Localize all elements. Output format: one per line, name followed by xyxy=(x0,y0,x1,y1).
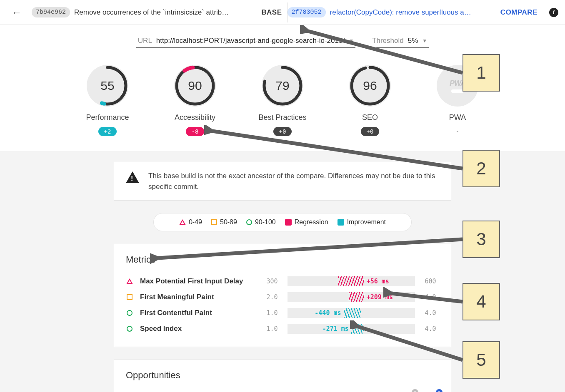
threshold-value: 5% xyxy=(408,37,418,45)
metric-min: 2.0 xyxy=(263,293,281,301)
legend-improvement: Improvement xyxy=(338,218,386,226)
metric-delta: -271 ms xyxy=(322,325,349,332)
base-message: Remove occurrences of the `intrinsicsize… xyxy=(74,8,257,17)
legend: 0-49 50-89 90-100 Regression Improvement xyxy=(153,213,412,231)
metric-bar: -440 ms xyxy=(288,308,415,318)
metric-name: Speed Index xyxy=(140,325,257,333)
base-commit[interactable]: 7b94e962 Remove occurrences of the `intr… xyxy=(32,7,287,17)
best-practices-score: 79 xyxy=(275,79,289,93)
warning-icon xyxy=(126,171,139,183)
performance-score: 55 xyxy=(100,79,114,93)
callout-4: 4 xyxy=(462,283,500,320)
chevron-down-icon: ▼ xyxy=(422,38,427,44)
info-icon[interactable]: i xyxy=(549,8,558,17)
metric-row[interactable]: First Meaningful Paint 2.0 +209 ms 4.0 xyxy=(126,289,439,305)
back-button[interactable]: ← xyxy=(7,3,27,22)
metric-delta: +56 ms xyxy=(367,278,389,285)
metric-min: 1.0 xyxy=(263,309,281,317)
compare-commit[interactable]: 2f783052 refactor(CopyCode): remove supe… xyxy=(288,7,543,17)
warning-card: This base build is not the exact ancesto… xyxy=(114,162,451,201)
metric-name: First Meaningful Paint xyxy=(140,293,257,301)
gauge-title: SEO xyxy=(362,113,378,122)
metrics-title: Metrics xyxy=(126,254,439,265)
opportunities-card: Opportunities Eliminate render-blocking … xyxy=(114,360,451,392)
gauge-performance[interactable]: 55 Performance +2 xyxy=(78,65,137,136)
metric-bar: +56 ms xyxy=(288,276,415,286)
best-practices-delta: +0 xyxy=(273,127,292,136)
metric-row[interactable]: Max Potential First Input Delay 300 +56 … xyxy=(126,273,439,289)
callout-2: 2 xyxy=(462,150,500,187)
top-bar: ← 7b94e962 Remove occurrences of the `in… xyxy=(0,0,565,25)
callout-1: 1 xyxy=(462,54,500,92)
gauge-seo[interactable]: 96 SEO +0 xyxy=(341,65,399,136)
metric-max: 4.0 xyxy=(422,293,439,301)
performance-delta: +2 xyxy=(98,127,117,136)
legend-pass: 90-100 xyxy=(246,218,276,226)
metric-max: 4.0 xyxy=(422,325,439,332)
metric-bar: +209 ms xyxy=(288,292,415,302)
compare-count-badge: 1 xyxy=(436,389,442,392)
metric-max: 600 xyxy=(422,278,439,285)
circle-icon xyxy=(246,219,252,225)
chevron-down-icon: ▼ xyxy=(349,38,354,44)
metric-shape-icon xyxy=(126,310,133,316)
metric-shape-icon xyxy=(126,278,133,284)
compare-message: refactor(CopyCode): remove superfluous a… xyxy=(330,8,496,17)
metric-delta: -440 ms xyxy=(315,309,341,317)
metric-row[interactable]: First Contentful Paint 1.0 -440 ms 4.0 xyxy=(126,305,439,321)
metric-delta: +209 ms xyxy=(367,293,393,301)
seo-delta: +0 xyxy=(361,127,379,136)
metric-name: First Contentful Paint xyxy=(140,309,257,317)
compare-label: COMPARE xyxy=(500,8,538,17)
threshold-label: Threshold xyxy=(372,37,404,45)
gauge-title: Best Practices xyxy=(258,113,306,122)
base-hash: 7b94e962 xyxy=(32,7,70,17)
base-count-badge: 2 xyxy=(412,389,418,392)
base-label: BASE xyxy=(261,8,282,17)
seo-score: 96 xyxy=(363,79,377,93)
threshold-selector[interactable]: Threshold 5% ▼ xyxy=(370,37,429,48)
url-selector[interactable]: URL http://localhost:PORT/javascript-and… xyxy=(136,37,355,48)
legend-regression: Regression xyxy=(285,218,328,226)
callout-5: 5 xyxy=(462,341,500,379)
improvement-swatch xyxy=(338,219,344,226)
url-value: http://localhost:PORT/javascript-and-goo… xyxy=(156,37,345,45)
gauge-title: Performance xyxy=(86,113,129,122)
accessibility-delta: -8 xyxy=(186,127,204,136)
metric-min: 300 xyxy=(263,278,281,285)
gauge-best-practices[interactable]: 79 Best Practices +0 xyxy=(253,65,312,136)
triangle-icon xyxy=(179,219,186,225)
legend-fail: 0-49 xyxy=(179,218,202,226)
metric-max: 4.0 xyxy=(422,309,439,317)
legend-average: 50-89 xyxy=(211,218,237,226)
square-icon xyxy=(211,219,217,225)
gauge-title: PWA xyxy=(449,113,466,122)
regression-swatch xyxy=(285,219,292,226)
pwa-delta: - xyxy=(448,127,467,136)
callout-3: 3 xyxy=(462,221,500,258)
metric-name: Max Potential First Input Delay xyxy=(140,277,257,285)
compare-hash: 2f783052 xyxy=(288,7,326,17)
metric-bar: -271 ms xyxy=(288,324,415,334)
metric-shape-icon xyxy=(126,294,133,300)
metric-min: 1.0 xyxy=(263,325,281,332)
subheader: URL http://localhost:PORT/javascript-and… xyxy=(0,25,565,52)
url-label: URL xyxy=(138,37,152,45)
opportunity-row[interactable]: Eliminate render-blocking resources 2 → … xyxy=(126,389,439,392)
metric-row[interactable]: Speed Index 1.0 -271 ms 4.0 xyxy=(126,321,439,337)
gauge-title: Accessibility xyxy=(175,113,215,122)
opportunities-title: Opportunities xyxy=(126,370,439,381)
metrics-card: Metrics Max Potential First Input Delay … xyxy=(114,244,451,347)
gauge-accessibility[interactable]: 90 Accessibility -8 xyxy=(166,65,224,136)
metric-shape-icon xyxy=(126,326,133,332)
accessibility-score: 90 xyxy=(188,79,202,93)
warning-text: This base build is not the exact ancesto… xyxy=(148,171,439,192)
